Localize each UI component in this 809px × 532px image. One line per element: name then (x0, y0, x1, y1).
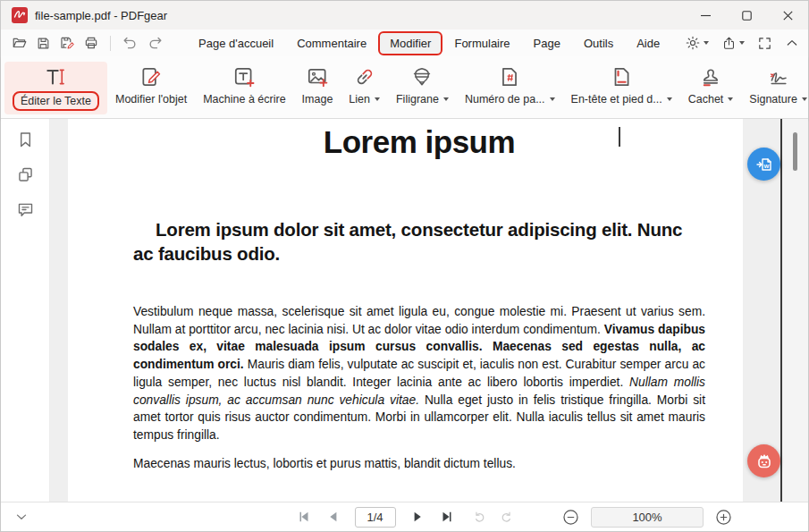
tab-aide[interactable]: Aide (625, 31, 671, 55)
redo-icon[interactable] (147, 35, 164, 52)
page-number-icon (498, 64, 521, 89)
ribbon-button-label: Éditer le Texte (21, 95, 91, 107)
header-footer-icon (610, 64, 633, 89)
tab-page-accueil[interactable]: Page d'accueil (187, 31, 285, 55)
ribbon-button-label: Filigrane (396, 93, 439, 106)
page-number-button[interactable]: Numéro de pa... (457, 62, 563, 109)
ribbon-button-label: Modifier l'objet (115, 93, 187, 106)
link-button[interactable]: Lien (341, 62, 388, 109)
tab-outils[interactable]: Outils (572, 31, 625, 55)
ai-assistant-button[interactable] (747, 444, 780, 477)
main-area: Lorem ipsum Lorem ipsum dolor sit amet, … (1, 119, 808, 502)
insert-image-button[interactable]: Image (294, 62, 341, 109)
pdf-page[interactable]: Lorem ipsum Lorem ipsum dolor sit amet, … (68, 119, 743, 502)
ribbon-button-label: Cachet (688, 93, 724, 106)
chevron-down-icon (728, 97, 733, 101)
stamp-icon (699, 64, 722, 89)
chevron-down-icon (375, 97, 380, 101)
chevron-down-icon (704, 41, 709, 45)
next-page-icon[interactable] (409, 509, 426, 525)
tab-page[interactable]: Page (522, 31, 572, 55)
next-view-icon[interactable] (499, 510, 514, 525)
scrollbar-thumb[interactable] (793, 132, 797, 171)
open-file-icon[interactable] (12, 35, 28, 51)
tab-formulaire[interactable]: Formulaire (442, 31, 521, 55)
chevron-down-icon (443, 97, 449, 101)
document-subheading[interactable]: Lorem ipsum dolor sit amet, consectetur … (133, 217, 689, 266)
previous-page-icon[interactable] (325, 509, 341, 525)
maximize-icon[interactable] (726, 1, 767, 30)
toolbar-separator (110, 36, 111, 51)
last-page-icon[interactable] (439, 509, 455, 525)
chevron-down-icon (739, 41, 745, 45)
ribbon-toolbar: Éditer le Texte Modifier l'objet Machine… (1, 56, 808, 119)
tab-commentaire[interactable]: Commentaire (285, 31, 378, 55)
document-viewport[interactable]: Lorem ipsum Lorem ipsum dolor sit amet, … (50, 119, 808, 502)
navigation-side-panel (1, 119, 50, 502)
ribbon-button-label: Lien (349, 93, 370, 106)
chevron-down-icon (550, 97, 555, 101)
ribbon-button-label: Signature (749, 93, 797, 106)
pdf-to-word-icon: W (754, 154, 775, 175)
edit-object-button[interactable]: Modifier l'objet (107, 62, 195, 109)
chevron-down-icon (667, 97, 672, 101)
insert-image-icon (306, 64, 329, 89)
page-thumbnails-icon[interactable] (16, 165, 35, 184)
watermark-icon (410, 64, 434, 89)
ribbon-button-label: En-tête et pied d... (571, 93, 662, 106)
pdf-to-word-button[interactable]: W (747, 148, 780, 181)
document-body[interactable]: Vestibulum neque massa, scelerisque sit … (133, 303, 705, 472)
edit-object-icon (139, 64, 163, 89)
text-cursor (619, 127, 620, 147)
save-icon[interactable] (36, 36, 51, 51)
minimize-icon[interactable] (685, 1, 726, 30)
zoom-in-icon[interactable] (714, 508, 733, 527)
zoom-level-display[interactable]: 100% (591, 507, 704, 528)
share-icon[interactable] (721, 36, 745, 51)
zoom-controls: 100% (561, 502, 733, 531)
svg-text:W: W (763, 163, 769, 169)
pdfgear-window: file-sample.pdf - PDFgear (0, 0, 809, 532)
undo-icon[interactable] (122, 35, 139, 52)
signature-icon (767, 64, 790, 89)
menubar: Page d'accueil Commentaire Modifier Form… (1, 30, 808, 56)
header-footer-button[interactable]: En-tête et pied d... (563, 62, 680, 109)
zoom-out-icon[interactable] (561, 508, 580, 527)
print-icon[interactable] (83, 35, 99, 51)
watermark-button[interactable]: Filigrane (388, 62, 457, 109)
comments-icon[interactable] (16, 200, 35, 219)
previous-view-icon[interactable] (472, 510, 487, 525)
statusbar: 1/4 100% (1, 502, 808, 531)
page-indicator-input[interactable]: 1/4 (355, 507, 396, 528)
ribbon-button-label: Numéro de pa... (465, 93, 545, 106)
save-as-icon[interactable] (59, 35, 75, 51)
edit-text-icon (44, 64, 67, 89)
vertical-scrollbar[interactable] (782, 119, 808, 502)
window-controls (685, 1, 808, 30)
tab-modifier[interactable]: Modifier (378, 31, 442, 55)
signature-button[interactable]: Signature (741, 62, 809, 109)
typewriter-button[interactable]: Machine à écrire (195, 62, 293, 109)
first-page-icon[interactable] (296, 509, 312, 525)
stamp-button[interactable]: Cachet (680, 62, 742, 109)
bookmarks-icon[interactable] (16, 131, 35, 149)
theme-icon[interactable] (685, 35, 709, 51)
fullscreen-icon[interactable] (757, 36, 772, 51)
typewriter-icon (232, 64, 256, 89)
page-navigation: 1/4 (296, 502, 514, 531)
ribbon-button-label: Machine à écrire (203, 93, 285, 106)
pdfgear-logo-icon (12, 7, 28, 23)
ai-robot-icon (754, 451, 775, 472)
titlebar: file-sample.pdf - PDFgear (1, 1, 808, 30)
ribbon-button-label: Image (302, 93, 333, 106)
window-title: file-sample.pdf - PDFgear (35, 9, 167, 22)
quick-access-toolbar (12, 35, 164, 52)
document-paragraph[interactable]: Vestibulum neque massa, scelerisque sit … (133, 303, 705, 444)
collapse-statusbar-icon[interactable] (13, 509, 29, 525)
edit-text-button[interactable]: Éditer le Texte (4, 62, 107, 114)
menu-tabs: Page d'accueil Commentaire Modifier Form… (187, 31, 671, 55)
collapse-ribbon-icon[interactable] (785, 36, 799, 50)
close-icon[interactable] (767, 1, 808, 30)
link-icon (353, 64, 376, 89)
document-paragraph[interactable]: Maecenas mauris lectus, lobortis et puru… (133, 455, 705, 473)
